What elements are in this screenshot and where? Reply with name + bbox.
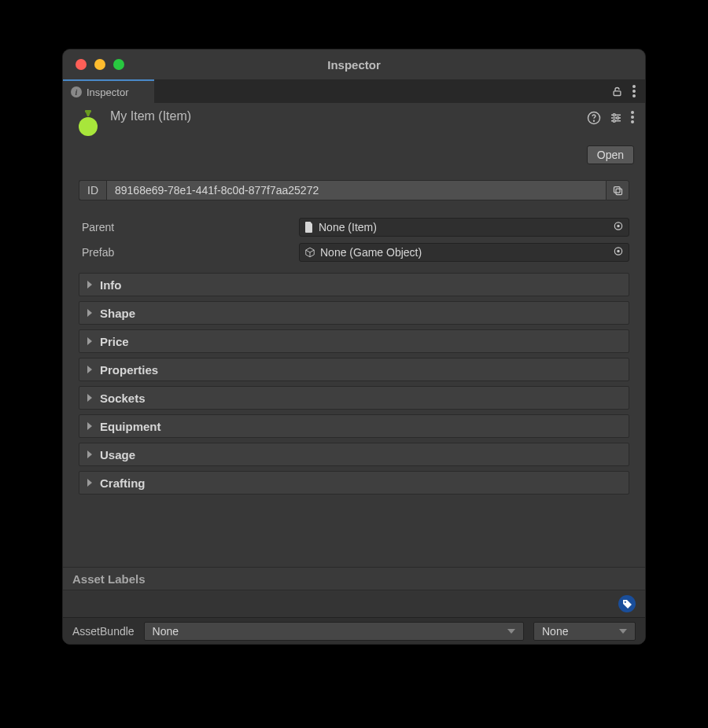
minimize-icon[interactable] bbox=[94, 59, 105, 70]
chevron-right-icon bbox=[87, 422, 92, 430]
svg-point-3 bbox=[632, 94, 636, 97]
presets-icon[interactable] bbox=[609, 111, 623, 128]
titlebar[interactable]: Inspector bbox=[63, 50, 645, 79]
prefab-value: None (Game Object) bbox=[320, 246, 422, 259]
dropdown-value: None bbox=[153, 625, 179, 638]
foldout-crafting[interactable]: Crafting bbox=[79, 471, 629, 495]
asset-bundle-variant-dropdown[interactable]: None bbox=[533, 622, 636, 641]
foldout-label: Crafting bbox=[100, 476, 146, 490]
chevron-right-icon bbox=[87, 366, 92, 373]
foldout-label: Usage bbox=[100, 448, 135, 461]
asset-labels-header[interactable]: Asset Labels bbox=[63, 567, 645, 590]
footer: Asset Labels AssetBundle None None bbox=[63, 567, 645, 644]
svg-rect-18 bbox=[614, 186, 620, 193]
copy-button[interactable] bbox=[606, 180, 629, 200]
maximize-icon[interactable] bbox=[113, 59, 124, 70]
chevron-right-icon bbox=[87, 281, 92, 289]
tab-bar: i Inspector bbox=[63, 79, 645, 103]
prefab-label: Prefab bbox=[79, 246, 299, 259]
asset-bundle-dropdown[interactable]: None bbox=[144, 622, 524, 641]
foldout-label: Equipment bbox=[100, 420, 161, 433]
tag-icon[interactable] bbox=[618, 595, 636, 612]
svg-point-5 bbox=[79, 117, 98, 136]
parent-row: Parent None (Item) bbox=[79, 218, 629, 237]
foldout-label: Properties bbox=[100, 363, 158, 377]
foldout-label: Shape bbox=[100, 307, 135, 320]
foldout-price[interactable]: Price bbox=[79, 329, 629, 353]
prefab-row: Prefab None (Game Object) bbox=[79, 243, 629, 262]
file-icon bbox=[304, 222, 314, 233]
foldout-properties[interactable]: Properties bbox=[79, 358, 629, 381]
chevron-right-icon bbox=[87, 479, 92, 487]
svg-point-12 bbox=[617, 117, 619, 119]
foldout-equipment[interactable]: Equipment bbox=[79, 414, 629, 438]
parent-value: None (Item) bbox=[319, 221, 377, 233]
lock-open-icon[interactable] bbox=[611, 86, 623, 97]
traffic-lights bbox=[76, 59, 124, 70]
asset-name: My Item (Item) bbox=[110, 109, 579, 123]
foldout-sockets[interactable]: Sockets bbox=[79, 386, 629, 410]
svg-point-15 bbox=[631, 116, 634, 119]
dropdown-value: None bbox=[542, 625, 568, 638]
asset-preview-icon[interactable] bbox=[74, 109, 102, 138]
object-picker-icon[interactable] bbox=[613, 221, 624, 234]
asset-bundle-bar: AssetBundle None None bbox=[63, 617, 645, 644]
parent-field[interactable]: None (Item) bbox=[299, 218, 629, 237]
svg-rect-4 bbox=[85, 110, 91, 112]
svg-point-7 bbox=[594, 120, 595, 121]
foldout-label: Price bbox=[100, 335, 129, 348]
object-picker-icon[interactable] bbox=[613, 246, 624, 259]
parent-label: Parent bbox=[79, 221, 299, 233]
tab-label: Inspector bbox=[87, 86, 128, 98]
kebab-icon[interactable] bbox=[632, 85, 636, 97]
window-title: Inspector bbox=[63, 58, 645, 72]
svg-rect-0 bbox=[614, 90, 621, 95]
open-button[interactable]: Open bbox=[587, 145, 634, 164]
svg-point-2 bbox=[632, 90, 636, 93]
svg-point-1 bbox=[632, 85, 636, 88]
asset-labels-body bbox=[63, 590, 645, 617]
close-icon[interactable] bbox=[76, 59, 87, 70]
id-row: ID 89168e69-78e1-441f-8c0d-877f7aa25272 bbox=[79, 180, 629, 200]
id-field[interactable]: 89168e69-78e1-441f-8c0d-877f7aa25272 bbox=[106, 180, 606, 200]
fields-section: ID 89168e69-78e1-441f-8c0d-877f7aa25272 … bbox=[63, 169, 645, 265]
foldout-info[interactable]: Info bbox=[79, 273, 629, 296]
svg-rect-17 bbox=[616, 189, 622, 195]
asset-header: My Item (Item) bbox=[63, 103, 645, 145]
chevron-right-icon bbox=[87, 309, 92, 317]
svg-point-22 bbox=[618, 250, 619, 252]
chevron-down-icon bbox=[507, 629, 515, 634]
svg-point-14 bbox=[631, 111, 634, 114]
svg-point-13 bbox=[613, 119, 615, 122]
info-icon: i bbox=[71, 86, 82, 97]
prefab-field[interactable]: None (Game Object) bbox=[299, 243, 629, 262]
foldout-list: Info Shape Price Properties Sockets Equi… bbox=[63, 265, 645, 510]
foldout-label: Sockets bbox=[100, 392, 146, 405]
chevron-right-icon bbox=[87, 394, 92, 402]
chevron-right-icon bbox=[87, 450, 92, 458]
inspector-window: Inspector i Inspector My Item (Item) bbox=[62, 49, 646, 645]
foldout-shape[interactable]: Shape bbox=[79, 301, 629, 325]
asset-bundle-label: AssetBundle bbox=[72, 625, 135, 638]
chevron-right-icon bbox=[87, 337, 92, 345]
svg-point-20 bbox=[618, 225, 619, 226]
id-label: ID bbox=[79, 180, 106, 200]
cube-icon bbox=[304, 247, 315, 258]
svg-point-11 bbox=[613, 114, 615, 116]
foldout-usage[interactable]: Usage bbox=[79, 443, 629, 466]
context-menu-icon[interactable] bbox=[631, 111, 634, 128]
svg-point-23 bbox=[624, 601, 625, 602]
tab-inspector[interactable]: i Inspector bbox=[63, 79, 154, 103]
chevron-down-icon bbox=[619, 629, 627, 634]
svg-point-16 bbox=[631, 120, 634, 123]
help-icon[interactable] bbox=[587, 111, 601, 128]
foldout-label: Info bbox=[100, 278, 122, 292]
